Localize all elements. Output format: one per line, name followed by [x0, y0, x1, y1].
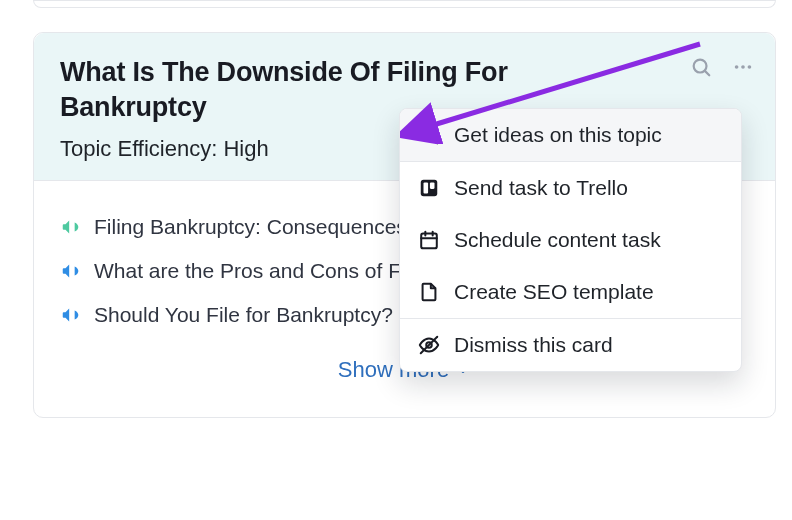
- previous-card-edge: [33, 0, 776, 8]
- menu-item-get-ideas[interactable]: Get ideas on this topic: [400, 109, 741, 161]
- menu-item-seo-template[interactable]: Create SEO template: [400, 266, 741, 318]
- menu-item-label: Send task to Trello: [454, 176, 628, 200]
- svg-rect-9: [430, 183, 435, 189]
- menu-item-label: Create SEO template: [454, 280, 654, 304]
- menu-item-label: Schedule content task: [454, 228, 661, 252]
- trello-icon: [418, 177, 440, 199]
- menu-item-label: Get ideas on this topic: [454, 123, 662, 147]
- menu-item-schedule[interactable]: Schedule content task: [400, 214, 741, 266]
- svg-line-6: [433, 139, 437, 143]
- search-icon[interactable]: [687, 53, 715, 81]
- megaphone-icon: [60, 304, 82, 326]
- more-icon[interactable]: [729, 53, 757, 81]
- svg-point-4: [748, 65, 752, 69]
- svg-rect-10: [421, 234, 437, 249]
- svg-rect-7: [421, 180, 438, 197]
- eye-off-icon: [418, 334, 440, 356]
- svg-point-3: [741, 65, 745, 69]
- svg-line-1: [705, 71, 709, 75]
- menu-item-send-trello[interactable]: Send task to Trello: [400, 162, 741, 214]
- svg-rect-8: [424, 183, 429, 194]
- megaphone-icon: [60, 260, 82, 282]
- efficiency-label: Topic Efficiency:: [60, 136, 217, 161]
- menu-item-dismiss[interactable]: Dismiss this card: [400, 319, 741, 371]
- list-item-text: Should You File for Bankruptcy?: [94, 303, 393, 327]
- menu-item-label: Dismiss this card: [454, 333, 613, 357]
- file-icon: [418, 281, 440, 303]
- calendar-icon: [418, 229, 440, 251]
- card-actions-menu: Get ideas on this topic Send task to Tre…: [399, 108, 742, 372]
- efficiency-value: High: [223, 136, 268, 161]
- svg-point-2: [735, 65, 739, 69]
- megaphone-icon: [60, 216, 82, 238]
- search-icon: [418, 124, 440, 146]
- list-item-text: Filing Bankruptcy: Consequences: [94, 215, 407, 239]
